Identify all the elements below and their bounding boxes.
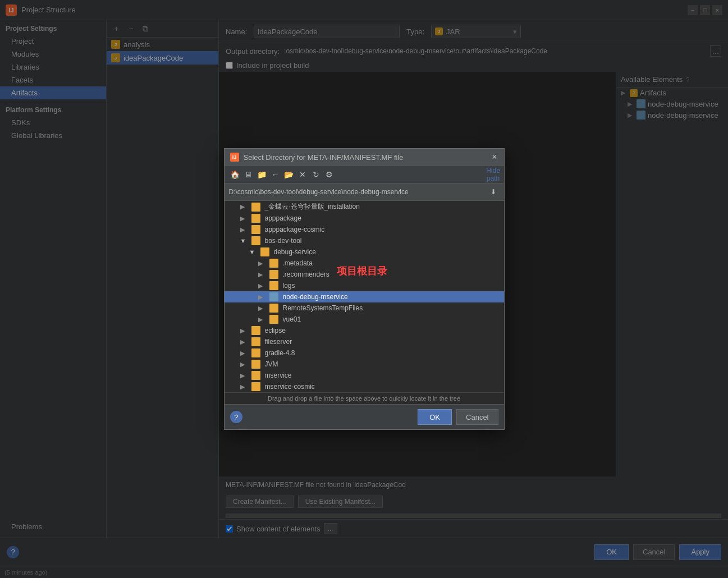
modal-footer-buttons: OK Cancel — [418, 409, 498, 425]
tree-item-remote[interactable]: ▶ RemoteSystemsTempFiles — [225, 302, 504, 314]
expand-icon-14: ▶ — [240, 350, 247, 357]
expand-icon-16: ▶ — [240, 372, 247, 379]
tree-item-jvm[interactable]: ▶ JVM — [225, 359, 504, 370]
expand-icon-3: ▶ — [240, 226, 247, 233]
modal-new-folder-button[interactable]: 📂 — [283, 168, 295, 181]
expand-icon-12: ▶ — [240, 327, 247, 334]
modal-path-browse-button[interactable]: ⬇ — [487, 186, 500, 198]
expand-icon-11: ▶ — [258, 316, 265, 323]
folder-icon-remote — [269, 304, 278, 313]
folder-icon-apppackage — [251, 214, 260, 223]
folder-icon-mservice-cosmic — [251, 382, 260, 391]
modal-footer: ? OK Cancel — [225, 404, 504, 429]
modal-title-text: Select Directory for META-INF/MANIFEST.M… — [244, 153, 487, 162]
folder-icon-fileserver — [251, 337, 260, 346]
folder-icon-eclipse — [251, 326, 260, 335]
expand-icon-9: ▶ — [258, 293, 265, 301]
folder-icon-debug — [260, 247, 269, 256]
modal-close-button[interactable]: × — [491, 152, 498, 162]
expand-icon-7: ▶ — [258, 271, 265, 278]
modal-app-icon: IJ — [230, 153, 239, 162]
main-window: IJ Project Structure − □ × Project Setti… — [0, 0, 728, 578]
modal-path-bar: D:\cosmic\bos-dev-tool\debug-service\nod… — [225, 184, 504, 201]
tree-item-metadata[interactable]: ▶ .metadata — [225, 258, 504, 269]
expand-icon: ▶ — [240, 203, 247, 210]
expand-icon-10: ▶ — [258, 305, 265, 312]
tree-item-mservice[interactable]: ▶ mservice — [225, 370, 504, 381]
modal-back-button[interactable]: ← — [269, 168, 282, 181]
folder-icon-node-debug — [269, 292, 278, 301]
tree-item-fileserver[interactable]: ▶ fileserver — [225, 336, 504, 347]
folder-icon-metadata — [269, 259, 278, 268]
modal-folder-button[interactable]: 📁 — [256, 168, 268, 181]
tree-item-gradle[interactable]: ▶ gradle-4.8 — [225, 347, 504, 359]
tree-item-apppackage-cosmic[interactable]: ▶ apppackage-cosmic — [225, 224, 504, 235]
folder-icon-logs — [269, 281, 278, 290]
tree-item-recommenders[interactable]: ▶ .recommenders 项目根目录 — [225, 269, 504, 280]
modal-overlay: IJ Select Directory for META-INF/MANIFES… — [0, 0, 728, 578]
tree-item-debug-service[interactable]: ▼ debug-service — [225, 246, 504, 258]
expand-icon-2: ▶ — [240, 215, 247, 222]
modal-dialog: IJ Select Directory for META-INF/MANIFES… — [224, 148, 505, 430]
tree-item-eclipse[interactable]: ▶ eclipse — [225, 325, 504, 336]
expand-icon-6: ▶ — [258, 260, 265, 267]
folder-icon-recommenders — [269, 270, 278, 279]
expand-icon-15: ▶ — [240, 361, 247, 368]
folder-icon-jindie — [251, 203, 260, 212]
folder-icon-gradle — [251, 348, 260, 357]
modal-ok-button[interactable]: OK — [418, 409, 452, 425]
tree-item-logs[interactable]: ▶ logs — [225, 280, 504, 291]
modal-settings-button[interactable]: ⚙ — [323, 168, 336, 181]
modal-cancel-button[interactable]: Cancel — [456, 409, 498, 425]
modal-tree[interactable]: ▶ _金蝶云·苍穹轻量版_installation ▶ apppackage ▶… — [225, 201, 504, 392]
modal-hide-path-button[interactable]: Hide path — [487, 168, 500, 181]
folder-icon-jvm — [251, 360, 260, 369]
expand-icon-13: ▶ — [240, 338, 247, 346]
modal-refresh-button[interactable]: ↻ — [310, 168, 322, 181]
tree-item-node-debug[interactable]: ▶ node-debug-mservice — [225, 291, 504, 302]
tree-item-jindie[interactable]: ▶ _金蝶云·苍穹轻量版_installation — [225, 201, 504, 213]
modal-hint: Drag and drop a file into the space abov… — [225, 392, 504, 404]
folder-icon-mservice — [251, 371, 260, 380]
expand-icon-4: ▼ — [240, 237, 247, 244]
folder-icon-vue01 — [269, 315, 278, 324]
folder-icon-bos — [251, 236, 260, 245]
tree-item-vue01[interactable]: ▶ vue01 — [225, 314, 504, 325]
modal-title-bar: IJ Select Directory for META-INF/MANIFES… — [225, 149, 504, 166]
modal-toolbar: 🏠 🖥 📁 ← 📂 ✕ ↻ ⚙ Hide path — [225, 166, 504, 184]
expand-icon-17: ▶ — [240, 383, 247, 391]
modal-delete-button[interactable]: ✕ — [296, 168, 309, 181]
folder-icon-apppackage-cosmic — [251, 225, 260, 234]
expand-icon-8: ▶ — [258, 282, 265, 290]
tree-item-apppackage[interactable]: ▶ apppackage — [225, 213, 504, 224]
modal-help-button[interactable]: ? — [230, 411, 242, 423]
modal-home-button[interactable]: 🏠 — [229, 168, 241, 181]
expand-icon-5: ▼ — [249, 249, 256, 255]
tree-item-bos-dev-tool[interactable]: ▼ bos-dev-tool — [225, 235, 504, 246]
tree-item-mservice-cosmic[interactable]: ▶ mservice-cosmic — [225, 381, 504, 392]
modal-desktop-button[interactable]: 🖥 — [242, 168, 255, 181]
modal-path-text: D:\cosmic\bos-dev-tool\debug-service\nod… — [229, 188, 485, 196]
